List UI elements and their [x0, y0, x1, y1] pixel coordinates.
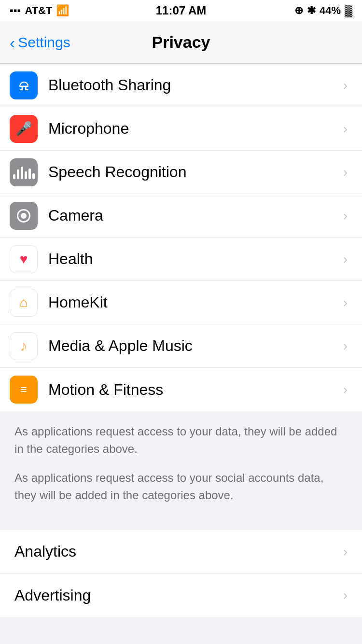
status-right: ⊕ ✱ 44% ▓ [294, 4, 352, 17]
row-speech-recognition[interactable]: Speech Recognition › [0, 151, 362, 194]
camera-chevron: › [343, 208, 348, 224]
analytics-label: Analytics [14, 543, 343, 560]
motion-fitness-label: Motion & Fitness [48, 381, 343, 399]
bottom-section: Analytics › Advertising › [0, 530, 362, 617]
motion-fitness-icon: ≡ [10, 376, 38, 404]
row-microphone[interactable]: 🎤 Microphone › [0, 107, 362, 151]
bluetooth-sharing-label: Bluetooth Sharing [48, 76, 343, 94]
bluetooth-sharing-chevron: › [343, 78, 348, 93]
microphone-chevron: › [343, 121, 348, 137]
location-icon: ⊕ [294, 4, 303, 17]
health-chevron: › [343, 252, 348, 267]
health-label: Health [48, 250, 343, 268]
battery-icon: ▓ [345, 4, 352, 17]
microphone-icon: 🎤 [10, 115, 38, 143]
settings-list: ⍾ Bluetooth Sharing › 🎤 Microphone › Spe… [0, 64, 362, 411]
back-label: Settings [18, 34, 70, 51]
row-motion-fitness[interactable]: ≡ Motion & Fitness › [0, 368, 362, 411]
row-advertising[interactable]: Advertising › [0, 574, 362, 617]
advertising-chevron: › [343, 588, 348, 603]
microphone-label: Microphone [48, 120, 343, 138]
camera-label: Camera [48, 207, 343, 224]
info-text-2: As applications request access to your s… [14, 469, 348, 504]
signal-icon: ▪▪▪ [10, 4, 21, 17]
info-section-2: As applications request access to your s… [0, 469, 362, 516]
analytics-chevron: › [343, 544, 348, 560]
media-apple-music-label: Media & Apple Music [48, 337, 343, 355]
homekit-icon: ⌂ [10, 289, 38, 317]
speech-recognition-chevron: › [343, 165, 348, 180]
row-camera[interactable]: Camera › [0, 194, 362, 238]
health-icon: ♥ [10, 245, 38, 273]
battery-percent: 44% [320, 4, 341, 17]
motion-fitness-chevron: › [343, 382, 348, 397]
info-section-1: As applications request access to your d… [0, 411, 362, 469]
camera-icon [10, 202, 38, 230]
row-analytics[interactable]: Analytics › [0, 530, 362, 574]
status-bar: ▪▪▪ AT&T 📶 11:07 AM ⊕ ✱ 44% ▓ [0, 0, 362, 21]
wifi-icon: 📶 [56, 4, 69, 17]
media-apple-music-icon: ♪ [10, 332, 38, 360]
media-apple-music-chevron: › [343, 338, 348, 354]
status-time: 11:07 AM [156, 4, 206, 17]
row-health[interactable]: ♥ Health › [0, 238, 362, 281]
advertising-label: Advertising [14, 587, 343, 604]
back-chevron-icon: ‹ [10, 34, 15, 51]
bluetooth-sharing-icon: ⍾ [10, 71, 38, 99]
info-text-1: As applications request access to your d… [14, 423, 348, 458]
row-bluetooth-sharing[interactable]: ⍾ Bluetooth Sharing › [0, 64, 362, 107]
row-media-apple-music[interactable]: ♪ Media & Apple Music › [0, 324, 362, 368]
homekit-chevron: › [343, 295, 348, 310]
homekit-label: HomeKit [48, 294, 343, 311]
back-button[interactable]: ‹ Settings [10, 34, 70, 51]
carrier-label: AT&T [25, 4, 52, 17]
page-title: Privacy [152, 33, 210, 52]
bluetooth-status-icon: ✱ [307, 4, 316, 17]
status-left: ▪▪▪ AT&T 📶 [10, 4, 69, 17]
speech-recognition-icon [10, 158, 38, 186]
speech-recognition-label: Speech Recognition [48, 163, 343, 181]
nav-bar: ‹ Settings Privacy [0, 21, 362, 64]
row-homekit[interactable]: ⌂ HomeKit › [0, 281, 362, 324]
